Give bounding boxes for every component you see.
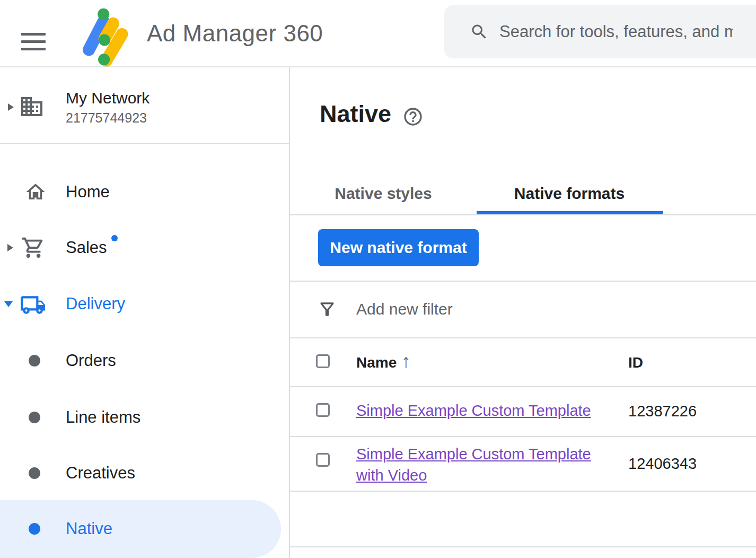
search-icon xyxy=(470,22,489,41)
column-header-id[interactable]: ID xyxy=(628,354,643,371)
sidebar-item-label: Delivery xyxy=(66,294,125,313)
row-name-link[interactable]: Simple Example Custom Template with Vide… xyxy=(356,443,621,486)
filter-icon[interactable] xyxy=(317,299,337,319)
app-title: Ad Manager 360 xyxy=(147,19,323,48)
sidebar-item-label: Orders xyxy=(66,351,116,370)
sidebar: My Network 21775744923 Home Sales Deli xyxy=(0,67,290,558)
sidebar-item-home[interactable]: Home xyxy=(0,175,290,209)
divider xyxy=(290,491,756,492)
sidebar-item-label: Creatives xyxy=(66,464,135,483)
sidebar-item-delivery[interactable]: Delivery xyxy=(0,287,290,321)
main-content: Native Native styles Native formats New … xyxy=(290,67,756,558)
app-window: Ad Manager 360 My Network 21775744923 Ho… xyxy=(0,0,756,558)
sidebar-item-line-items[interactable]: Line items xyxy=(0,400,290,434)
divider xyxy=(290,281,756,282)
new-native-format-button[interactable]: New native format xyxy=(318,229,479,266)
tab-native-formats[interactable]: Native formats xyxy=(487,185,652,203)
sort-ascending-icon[interactable]: ↑ xyxy=(401,350,411,372)
home-icon xyxy=(24,181,47,203)
triangle-right-icon[interactable] xyxy=(7,244,13,251)
sidebar-item-label: Native xyxy=(66,519,112,538)
divider xyxy=(0,143,290,144)
divider xyxy=(290,386,756,387)
bullet-icon xyxy=(29,355,40,367)
bullet-icon xyxy=(29,412,40,423)
page-title: Native xyxy=(320,100,391,128)
ad-manager-logo-icon xyxy=(80,7,129,67)
row-id-value: 12387226 xyxy=(628,403,697,420)
search-bar[interactable] xyxy=(444,5,756,58)
topbar: Ad Manager 360 xyxy=(0,0,756,67)
select-all-checkbox[interactable] xyxy=(316,354,330,368)
network-name: My Network xyxy=(66,89,150,107)
divider xyxy=(290,436,756,437)
search-input[interactable] xyxy=(499,22,733,41)
sidebar-item-native[interactable]: Native xyxy=(0,512,290,546)
sidebar-item-creatives[interactable]: Creatives xyxy=(0,456,290,490)
tab-native-styles[interactable]: Native styles xyxy=(330,185,436,203)
triangle-down-icon[interactable] xyxy=(4,301,13,307)
menu-icon[interactable] xyxy=(21,33,46,50)
bullet-icon xyxy=(29,467,40,479)
sidebar-item-label: Line items xyxy=(66,408,140,427)
add-filter-input[interactable]: Add new filter xyxy=(356,300,453,318)
building-icon xyxy=(19,94,45,119)
row-name-link[interactable]: Simple Example Custom Template xyxy=(356,402,591,420)
network-expand-icon[interactable] xyxy=(8,103,14,111)
sidebar-item-sales[interactable]: Sales xyxy=(0,231,290,265)
network-id: 21775744923 xyxy=(66,110,147,126)
row-checkbox[interactable] xyxy=(316,453,330,467)
truck-icon xyxy=(20,292,46,318)
divider xyxy=(290,214,756,215)
sidebar-item-label: Home xyxy=(66,182,110,202)
row-id-value: 12406343 xyxy=(628,455,697,473)
help-icon[interactable] xyxy=(402,106,424,127)
column-header-name[interactable]: Name xyxy=(356,354,397,371)
sidebar-item-label: Sales xyxy=(66,238,107,257)
shopping-cart-icon xyxy=(21,236,46,260)
bullet-icon xyxy=(29,523,40,535)
divider xyxy=(290,546,756,547)
divider xyxy=(290,337,756,338)
notification-dot xyxy=(111,235,118,241)
sidebar-item-orders[interactable]: Orders xyxy=(0,344,290,378)
row-checkbox[interactable] xyxy=(316,403,330,417)
